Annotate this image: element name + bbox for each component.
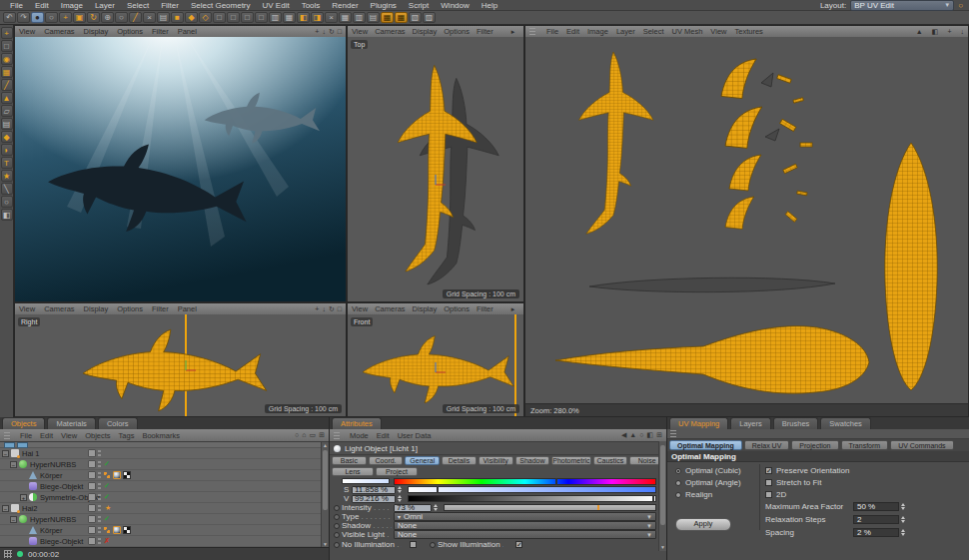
panel-tab[interactable]: Objects [2,417,45,429]
menu-item[interactable]: Edit [29,1,55,10]
timeline-bar[interactable]: 00:00:02 [0,547,329,560]
viewport-menu-item[interactable]: Display [413,27,438,36]
viewport-nav-icon[interactable]: ↓ [322,28,326,36]
terrace-uv-icon[interactable]: ▤ [367,12,380,23]
visibility-dots[interactable] [98,505,101,512]
enabled-check[interactable]: ✓ [103,493,111,501]
panel-grip-icon[interactable] [670,430,676,437]
rotate-icon[interactable]: ↻ [87,12,100,23]
dolly-icon[interactable]: ↓ [961,28,965,35]
uv-shrink-icon[interactable]: ◇ [199,12,212,23]
uvw-tag-icon[interactable] [123,471,131,479]
menu-item[interactable]: Script [403,1,435,10]
keyframe-dot-icon[interactable] [334,505,340,511]
disabled-cross[interactable]: ✗ [103,537,111,545]
uv-subtab[interactable]: UV Commands [890,440,953,450]
panel-tab[interactable]: Brushes [773,417,819,429]
visibility-dots[interactable] [98,516,101,523]
hue-slider[interactable] [394,478,656,485]
intensity-value[interactable]: 73 % [394,504,432,512]
enable-toggle[interactable] [88,449,96,457]
selection-frame-icon[interactable]: □ [1,40,13,52]
uv-subtab[interactable]: Optimal Mapping [669,440,742,450]
viewport-right[interactable]: ViewCamerasDisplayOptionsFilterPanel +↓↻… [14,302,347,417]
add-panel-icon[interactable]: ⊞ [319,431,325,439]
move-tool-icon[interactable]: + [1,27,13,39]
menu-item[interactable]: Help [476,1,503,10]
panel-tab[interactable]: Layers [730,417,771,429]
live-selection-icon[interactable]: ● [31,12,44,23]
viewport-menu-item[interactable]: Cameras [44,27,74,36]
viewport-nav-icon[interactable]: ↓ [322,305,326,313]
stamp-icon[interactable]: ▲ [1,92,13,104]
viewport-menu-item[interactable]: View [352,27,368,36]
enable-toggle[interactable] [88,537,96,545]
expand-icon[interactable]: − [10,461,17,468]
object-row-biege2[interactable]: Biege-Objekt ✗ [0,536,329,547]
maximum-area-factor-input[interactable]: 50 % [853,502,899,511]
home-icon[interactable]: ⌂ [302,431,306,439]
menu-item[interactable]: File [4,1,29,10]
top-canvas[interactable]: Top Grid Spacing : 100 cm [348,37,523,301]
viewport-menu-item[interactable]: Display [84,304,109,313]
material-tag-icon[interactable] [113,526,121,534]
object-menu-item[interactable]: Bookmarks [142,431,180,440]
dropper-icon[interactable]: ◗ [1,144,13,156]
attribute-menu-item[interactable]: Mode [350,431,369,440]
clear-pin-icon[interactable]: × [325,12,338,23]
attribute-tab[interactable]: Details [442,456,477,465]
attribute-scrollbar[interactable]: ▼ [658,441,666,551]
spinner[interactable] [434,504,439,512]
viewport-menu-item[interactable]: Filter [477,27,493,36]
viewport-menu-item[interactable]: Cameras [44,304,74,313]
magnify-icon[interactable]: ○ [1,196,13,208]
texture-menu-item[interactable]: Edit [566,27,579,36]
pin-point-icon[interactable]: ◨ [311,12,324,23]
panel-grip-icon[interactable] [529,28,535,35]
no-illumination-checkbox[interactable] [410,541,417,548]
spinner[interactable] [398,486,403,494]
panel-tab[interactable]: Colors [98,417,138,429]
enabled-check[interactable]: ✓ [103,482,111,490]
perspective-canvas[interactable] [15,37,346,301]
eraser-icon[interactable]: ▱ [1,105,13,117]
texture-menu-item[interactable]: View [710,27,726,36]
attribute-tab[interactable]: Coord. [369,456,404,465]
shapes-tool-icon[interactable]: ★ [1,170,13,182]
attribute-tab[interactable]: Caustics [593,456,628,465]
object-tree-scrollbar[interactable]: ▲▼ [321,442,329,548]
move-icon[interactable]: + [59,12,72,23]
menu-item[interactable]: Render [326,1,364,10]
menu-item[interactable]: Image [55,1,89,10]
object-row-hai2[interactable]: − Hai2 ★ [0,503,329,514]
uv-subtab[interactable]: Transform [841,440,889,450]
viewport-menu-item[interactable]: Cameras [375,27,405,36]
visibility-dots[interactable] [98,538,101,545]
expand-icon[interactable]: − [2,450,9,457]
texture-menu-item[interactable]: File [546,27,558,36]
cube-mode-d-icon[interactable]: □ [255,12,268,23]
viewport-menu-item[interactable]: Options [117,304,143,313]
menu-item[interactable]: UV Edit [257,1,296,10]
texture-menu-item[interactable]: Image [587,27,608,36]
saturation-value[interactable]: 11.858 % [352,486,396,494]
enable-toggle[interactable] [88,515,96,523]
value-value[interactable]: 99.216 % [352,495,396,503]
object-menu-item[interactable]: Tags [119,431,135,440]
apply-button[interactable]: Apply [675,518,731,531]
viewport-menu-item[interactable]: View [352,304,368,313]
uv-subtab[interactable]: Relax UV [744,440,790,450]
viewport-menu-item[interactable]: Display [413,304,438,313]
viewport-menu-item[interactable]: Filter [152,27,169,36]
viewport-menu-item[interactable]: Panel [178,304,197,313]
more-menu-icon[interactable]: ▸ [511,305,515,313]
uv-sphere-projection-icon[interactable]: ◆ [185,12,198,23]
attribute-tab[interactable]: Visibility [479,456,513,465]
attribute-tab[interactable]: Basic [332,456,367,465]
layer-manager-icon[interactable]: ▤ [157,12,170,23]
viewport-nav-icon[interactable]: □ [338,28,342,36]
fit-uv-icon[interactable]: ▥ [353,12,366,23]
viewport-menu-item[interactable]: Options [444,27,470,36]
spinner[interactable] [398,495,403,503]
radio-optimal-angle[interactable]: Optimal (Angle) [675,478,741,487]
